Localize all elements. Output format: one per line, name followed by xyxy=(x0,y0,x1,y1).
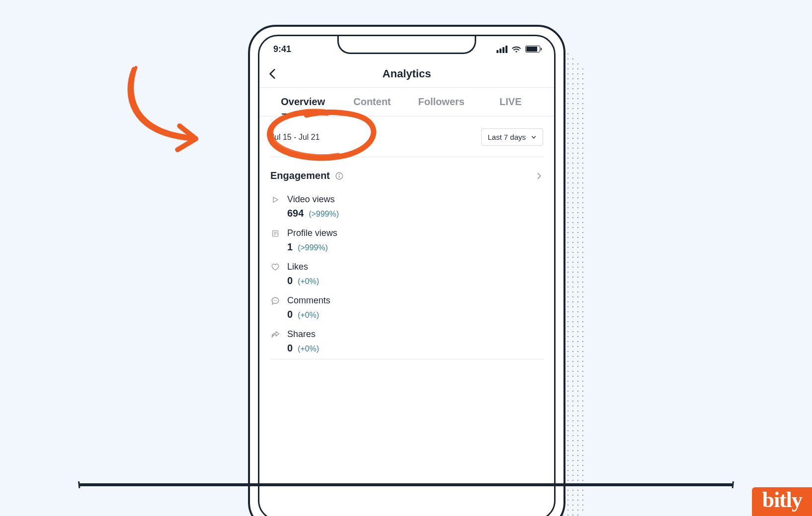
chevron-right-icon xyxy=(535,172,543,180)
metric-delta: (>999%) xyxy=(309,210,339,219)
bitly-logo: bitly xyxy=(752,487,812,516)
metric-value: 0 xyxy=(287,275,293,287)
metric-shares: Shares 0 (+0%) xyxy=(270,323,543,357)
metric-label: Video views xyxy=(287,194,335,205)
info-icon[interactable] xyxy=(335,172,344,180)
status-time: 9:41 xyxy=(273,44,291,55)
divider xyxy=(270,359,543,359)
tab-live[interactable]: LIVE xyxy=(476,96,546,108)
metric-label: Shares xyxy=(287,329,315,340)
annotation-circle xyxy=(263,106,387,166)
svg-rect-2 xyxy=(339,175,340,178)
svg-point-9 xyxy=(276,300,277,301)
metric-comments: Comments 0 (+0%) xyxy=(270,289,543,323)
metric-value: 0 xyxy=(287,343,293,354)
share-icon xyxy=(270,330,280,340)
metric-value: 0 xyxy=(287,309,293,320)
svg-point-7 xyxy=(274,300,275,301)
phone-notch xyxy=(337,35,476,54)
metric-video-views: Video views 694 (>999%) xyxy=(270,188,543,222)
metric-label: Likes xyxy=(287,262,308,272)
annotation-arrow xyxy=(114,64,223,164)
metric-delta: (+0%) xyxy=(298,344,319,353)
phone-frame: 9:41 Analytics xyxy=(248,25,565,516)
nav-header: Analytics xyxy=(259,60,554,88)
period-selector-label: Last 7 days xyxy=(488,133,526,141)
svg-point-1 xyxy=(339,173,340,174)
period-selector[interactable]: Last 7 days xyxy=(481,128,543,146)
chevron-down-icon xyxy=(531,134,537,140)
metric-label: Profile views xyxy=(287,228,337,238)
metric-value: 1 xyxy=(287,241,293,253)
battery-icon xyxy=(525,46,540,53)
comment-icon xyxy=(270,296,280,306)
engagement-section-header[interactable]: Engagement xyxy=(270,163,543,188)
back-button[interactable] xyxy=(266,67,279,80)
tab-followers[interactable]: Followers xyxy=(407,96,476,108)
play-icon xyxy=(270,195,280,205)
metric-delta: (+0%) xyxy=(298,311,319,320)
metric-delta: (+0%) xyxy=(298,277,319,286)
metric-delta: (>999%) xyxy=(298,243,328,252)
wifi-icon xyxy=(511,46,521,53)
engagement-label: Engagement xyxy=(270,170,330,181)
ground-line xyxy=(79,483,733,486)
metric-label: Comments xyxy=(287,295,330,306)
page-title: Analytics xyxy=(382,67,431,80)
cellular-signal-icon xyxy=(497,46,507,53)
metric-profile-views: Profile views 1 (>999%) xyxy=(270,222,543,256)
svg-point-8 xyxy=(275,300,276,301)
heart-icon xyxy=(270,262,280,272)
metric-value: 694 xyxy=(287,208,304,219)
profile-icon xyxy=(270,229,280,238)
metric-likes: Likes 0 (+0%) xyxy=(270,256,543,289)
